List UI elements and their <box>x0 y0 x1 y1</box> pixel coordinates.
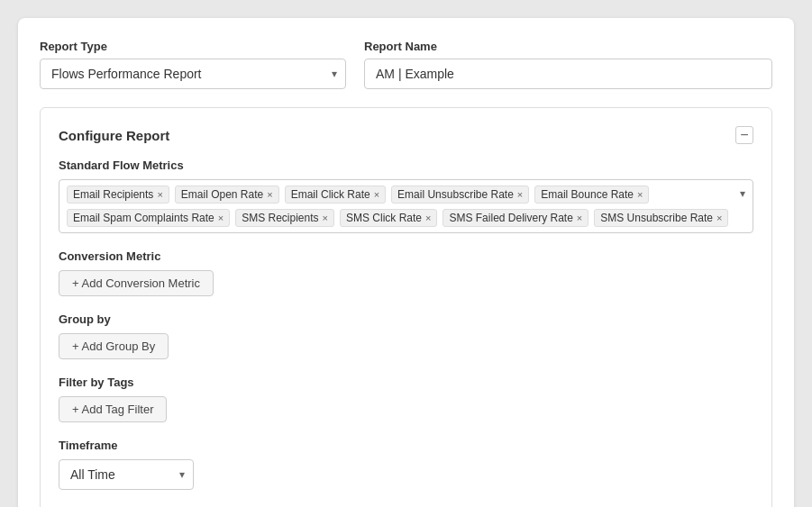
report-name-label: Report Name <box>364 40 772 53</box>
close-icon[interactable]: × <box>637 190 643 200</box>
timeframe-select[interactable]: All TimeLast 7 DaysLast 30 DaysLast 90 D… <box>59 459 194 490</box>
tags-chevron-icon: ▾ <box>740 187 745 200</box>
report-type-label: Report Type <box>40 40 346 53</box>
close-icon[interactable]: × <box>267 190 272 200</box>
group-by-label: Group by <box>59 312 753 326</box>
list-item: SMS Unsubscribe Rate× <box>594 209 728 227</box>
tags-container: Email Recipients×Email Open Rate×Email C… <box>59 179 753 233</box>
list-item: Email Open Rate× <box>175 186 279 204</box>
report-type-select-wrapper: Flows Performance Report ▾ <box>40 59 346 89</box>
timeframe-block: Timeframe All TimeLast 7 DaysLast 30 Day… <box>59 439 753 490</box>
conversion-metric-block: Conversion Metric + Add Conversion Metri… <box>59 249 753 296</box>
list-item: Email Click Rate× <box>285 186 386 204</box>
report-name-group: Report Name <box>364 40 772 89</box>
report-type-select[interactable]: Flows Performance Report <box>40 59 346 89</box>
top-row: Report Type Flows Performance Report ▾ R… <box>40 40 772 89</box>
group-by-block: Group by + Add Group By <box>59 312 753 359</box>
report-name-input[interactable] <box>364 59 772 89</box>
filter-tags-block: Filter by Tags + Add Tag Filter <box>59 376 753 422</box>
list-item: Email Bounce Rate× <box>534 186 649 204</box>
close-icon[interactable]: × <box>577 213 582 223</box>
list-item: Email Spam Complaints Rate× <box>67 209 230 227</box>
standard-metrics-label: Standard Flow Metrics <box>59 158 753 172</box>
configure-header: Configure Report − <box>59 126 753 144</box>
standard-metrics-block: Standard Flow Metrics Email Recipients×E… <box>59 158 753 233</box>
close-icon[interactable]: × <box>716 213 722 223</box>
collapse-icon[interactable]: − <box>735 126 753 144</box>
page-container: Report Type Flows Performance Report ▾ R… <box>18 18 794 507</box>
add-tag-filter-button[interactable]: + Add Tag Filter <box>59 396 167 422</box>
close-icon[interactable]: × <box>517 190 523 200</box>
close-icon[interactable]: × <box>374 190 379 200</box>
add-group-by-button[interactable]: + Add Group By <box>59 333 169 359</box>
list-item: SMS Click Rate× <box>340 209 437 227</box>
timeframe-select-wrapper: All TimeLast 7 DaysLast 30 DaysLast 90 D… <box>59 459 194 490</box>
list-item: SMS Failed Delivery Rate× <box>442 209 588 227</box>
close-icon[interactable]: × <box>323 213 328 223</box>
timeframe-label: Timeframe <box>59 439 753 452</box>
add-conversion-metric-button[interactable]: + Add Conversion Metric <box>59 270 214 296</box>
list-item: SMS Recipients× <box>235 209 334 227</box>
configure-title: Configure Report <box>59 128 169 143</box>
close-icon[interactable]: × <box>218 213 224 223</box>
report-type-group: Report Type Flows Performance Report ▾ <box>40 40 346 89</box>
list-item: Email Recipients× <box>67 186 169 204</box>
configure-section: Configure Report − Standard Flow Metrics… <box>40 107 772 507</box>
list-item: Email Unsubscribe Rate× <box>391 186 529 204</box>
filter-tags-label: Filter by Tags <box>59 376 753 389</box>
close-icon[interactable]: × <box>157 190 162 200</box>
close-icon[interactable]: × <box>425 213 431 223</box>
conversion-metric-label: Conversion Metric <box>59 249 753 263</box>
